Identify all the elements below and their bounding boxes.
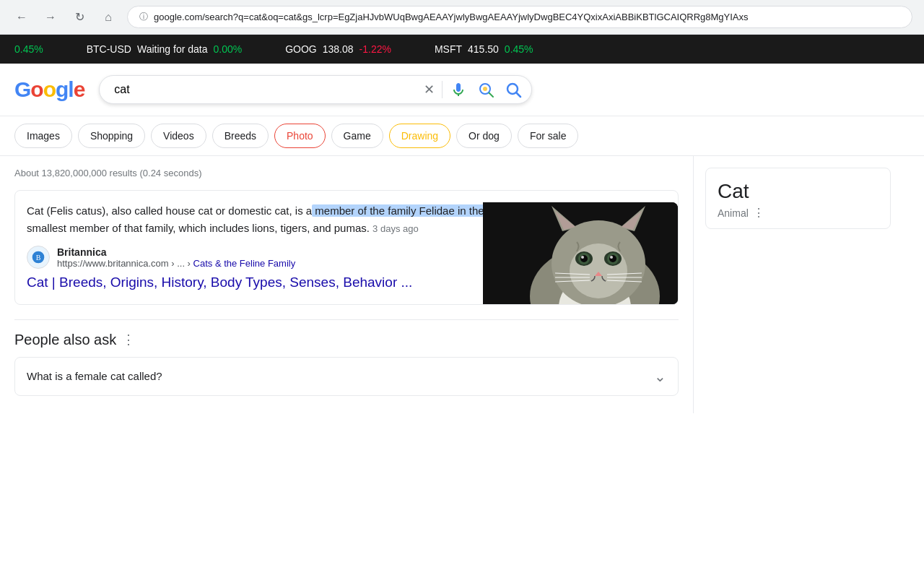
home-button[interactable]: ⌂ bbox=[98, 7, 118, 27]
filter-tab-drawing[interactable]: Drawing bbox=[389, 124, 450, 148]
svg-point-20 bbox=[580, 255, 588, 262]
people-also-ask-more-button[interactable]: ⋮ bbox=[122, 332, 135, 348]
logo-letter-o2: o bbox=[43, 77, 56, 101]
filter-tab-images[interactable]: Images bbox=[14, 124, 72, 148]
ticker-bar: 0.45% BTC-USD Waiting for data 0.00% GOO… bbox=[0, 35, 924, 64]
ticker-goog-change: -1.22% bbox=[359, 43, 391, 55]
people-also-ask-title: People also ask bbox=[14, 332, 116, 348]
people-also-ask-header: People also ask ⋮ bbox=[14, 332, 679, 348]
address-bar[interactable]: ⓘ google.com/search?q=cat&oq=cat&gs_lcrp… bbox=[127, 6, 912, 28]
mic-icon bbox=[450, 81, 467, 98]
ticker-prefix: 0.45% bbox=[14, 43, 43, 55]
sidebar-subtitle-text: Animal bbox=[718, 207, 749, 219]
filter-tabs: Images Shopping Videos Breeds Photo Game… bbox=[0, 116, 924, 156]
featured-image bbox=[483, 202, 678, 305]
search-button[interactable] bbox=[502, 78, 525, 101]
source-url-text: https://www.britannica.com › ... › Cats … bbox=[57, 258, 295, 269]
svg-line-4 bbox=[517, 93, 521, 98]
search-icons: ✕ bbox=[421, 78, 525, 101]
search-icon bbox=[505, 81, 522, 98]
logo-letter-e: e bbox=[74, 77, 85, 101]
reload-button[interactable]: ↻ bbox=[69, 7, 90, 27]
search-box-wrap: ✕ bbox=[99, 75, 532, 104]
forward-button[interactable]: → bbox=[40, 7, 61, 27]
svg-point-22 bbox=[581, 256, 584, 259]
snippet-text-before: Cat (Felis catus), also called house cat… bbox=[27, 204, 312, 217]
sidebar-more-button[interactable]: ⋮ bbox=[753, 206, 764, 220]
filter-tab-ordog[interactable]: Or dog bbox=[456, 124, 512, 148]
svg-point-2 bbox=[483, 87, 487, 91]
divider bbox=[442, 81, 443, 98]
google-logo[interactable]: Google bbox=[14, 77, 84, 102]
svg-point-15 bbox=[570, 243, 627, 298]
back-button[interactable]: ← bbox=[12, 7, 32, 27]
cat-photo bbox=[483, 202, 678, 305]
google-header: Google ✕ bbox=[0, 64, 924, 116]
results-count: About 13,820,000,000 results (0.24 secon… bbox=[14, 168, 679, 178]
filter-tab-breeds[interactable]: Breeds bbox=[212, 124, 269, 148]
clear-button[interactable]: ✕ bbox=[421, 79, 437, 100]
results-sidebar: Cat Animal ⋮ bbox=[693, 156, 902, 413]
logo-letter-o1: o bbox=[30, 77, 43, 101]
filter-tab-game[interactable]: Game bbox=[331, 124, 383, 148]
svg-point-21 bbox=[609, 255, 616, 262]
people-also-ask-section: People also ask ⋮ What is a female cat c… bbox=[14, 332, 679, 396]
filter-tab-forsale[interactable]: For sale bbox=[518, 124, 579, 148]
lens-icon bbox=[477, 81, 494, 98]
logo-letter-l: l bbox=[68, 77, 73, 101]
svg-line-1 bbox=[489, 93, 494, 98]
svg-text:B: B bbox=[36, 254, 41, 262]
ticker-btc-label: BTC-USD bbox=[87, 43, 131, 55]
ticker-item-msft: MSFT 415.50 0.45% bbox=[435, 43, 533, 55]
sidebar-entity-subtitle: Animal ⋮ bbox=[706, 206, 890, 228]
paa-chevron-0: ⌄ bbox=[654, 368, 666, 385]
security-icon: ⓘ bbox=[139, 11, 148, 23]
paa-question-0: What is a female cat called? bbox=[27, 370, 162, 382]
ticker-item-btc: 0.45% bbox=[14, 43, 43, 55]
url-text: google.com/search?q=cat&oq=cat&gs_lcrp=E… bbox=[154, 12, 900, 22]
ticker-item-btcusd: BTC-USD Waiting for data 0.00% bbox=[87, 43, 242, 55]
voice-search-button[interactable] bbox=[447, 78, 470, 101]
filter-tab-photo[interactable]: Photo bbox=[274, 124, 326, 148]
logo-letter-g: G bbox=[14, 77, 30, 101]
result-link[interactable]: Cat | Breeds, Origins, History, Body Typ… bbox=[27, 275, 412, 290]
paa-item-0[interactable]: What is a female cat called? ⌄ bbox=[14, 357, 679, 396]
filter-tab-shopping[interactable]: Shopping bbox=[78, 124, 145, 148]
results-main: About 13,820,000,000 results (0.24 secon… bbox=[0, 156, 693, 413]
snippet-with-image: Cat (Felis catus), also called house cat… bbox=[27, 202, 678, 293]
svg-point-23 bbox=[610, 256, 613, 259]
filter-tab-videos[interactable]: Videos bbox=[151, 124, 206, 148]
ticker-btc-change: 0.00% bbox=[213, 43, 242, 55]
featured-snippet: Cat (Felis catus), also called house cat… bbox=[14, 190, 679, 305]
snippet-timestamp: 3 days ago bbox=[372, 223, 419, 234]
cat-svg bbox=[483, 202, 678, 305]
ticker-item-goog: GOOG 138.08 -1.22% bbox=[285, 43, 391, 55]
source-favicon: B bbox=[27, 246, 50, 269]
lens-search-button[interactable] bbox=[474, 78, 497, 101]
britannica-logo-icon: B bbox=[31, 250, 45, 264]
results-wrap: About 13,820,000,000 results (0.24 secon… bbox=[0, 156, 924, 413]
browser-chrome: ← → ↻ ⌂ ⓘ google.com/search?q=cat&oq=cat… bbox=[0, 0, 924, 35]
sidebar-entity-title: Cat bbox=[706, 168, 890, 206]
section-divider bbox=[14, 319, 679, 320]
logo-letter-g2: g bbox=[56, 77, 68, 101]
ticker-goog-label: GOOG bbox=[285, 43, 317, 55]
sidebar-card: Cat Animal ⋮ bbox=[705, 168, 891, 229]
source-breadcrumb: Cats & the Feline Family bbox=[193, 258, 296, 269]
ticker-msft-label: MSFT bbox=[435, 43, 462, 55]
ticker-msft-change: 0.45% bbox=[505, 43, 533, 55]
ticker-btc-status: Waiting for data bbox=[137, 43, 208, 55]
ticker-goog-price: 138.08 bbox=[323, 43, 354, 55]
ticker-msft-price: 415.50 bbox=[468, 43, 499, 55]
